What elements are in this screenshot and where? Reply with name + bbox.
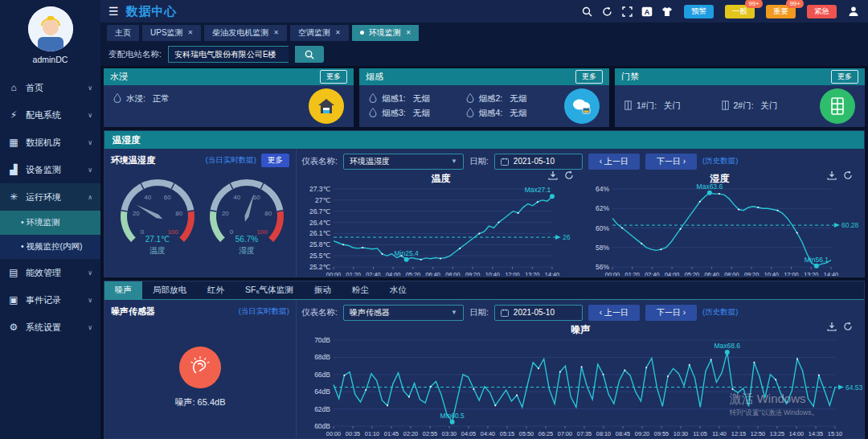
sidebar-item-事件记录[interactable]: ▣事件记录∨: [0, 286, 100, 314]
svg-text:12:15: 12:15: [731, 430, 746, 437]
env-tab-振动[interactable]: 振动: [304, 281, 342, 299]
svg-text:05:20: 05:20: [685, 271, 699, 276]
meter-select[interactable]: 噪声传感器 ▼: [343, 305, 464, 321]
noise-chart-title: 噪声: [301, 323, 859, 335]
env-tab-噪声[interactable]: 噪声: [104, 281, 142, 299]
close-icon[interactable]: ✕: [188, 29, 194, 36]
svg-text:04:40: 04:40: [481, 430, 495, 437]
download-icon[interactable]: [827, 170, 837, 180]
svg-text:01:20: 01:20: [625, 271, 640, 276]
alarm-badge-重要[interactable]: 重要99+: [766, 5, 796, 18]
sidebar-item-配电系统[interactable]: ⚡配电系统∨: [0, 101, 100, 129]
svg-text:56%: 56%: [596, 263, 609, 271]
noise-chart: 60dB62dB64dB66dB68dB70dB00:0000:3501:100…: [301, 335, 864, 438]
card-水浸: 水浸更多水浸: 正常: [104, 68, 354, 127]
sidebar-item-系统设置[interactable]: ⚙系统设置∨: [0, 314, 100, 341]
next-day-button[interactable]: 下一日 ›: [645, 305, 697, 321]
translate-icon[interactable]: A: [641, 5, 653, 18]
svg-text:04:00: 04:00: [665, 271, 679, 276]
sensor-status-item: 烟感4: 无烟: [466, 108, 559, 119]
more-button[interactable]: 更多: [575, 70, 603, 84]
env-tab-水位[interactable]: 水位: [379, 281, 417, 299]
env-tab-局部放电[interactable]: 局部放电: [142, 281, 197, 299]
sensor-label: 烟感2:: [479, 93, 503, 105]
tab-主页[interactable]: 主页: [107, 25, 139, 41]
prev-day-button[interactable]: ‹ 上一日: [588, 154, 640, 170]
date-picker[interactable]: 2021-05-10: [494, 305, 583, 321]
svg-text:100: 100: [256, 228, 268, 236]
theme-icon[interactable]: [661, 5, 674, 18]
sensor-value: 无烟: [507, 108, 526, 119]
svg-text:0: 0: [141, 228, 145, 236]
alarm-badge-一般[interactable]: 一般99+: [725, 5, 755, 18]
alarm-badge-预警[interactable]: 预警: [684, 5, 714, 18]
user-icon[interactable]: [847, 5, 860, 18]
door-icon: [624, 101, 632, 112]
tab-环境监测[interactable]: 环境监测✕: [352, 25, 420, 41]
refresh-icon[interactable]: [843, 322, 853, 331]
sidebar-item-运行环境[interactable]: ✳运行环境∧: [0, 183, 100, 211]
next-day-button[interactable]: 下一日 ›: [645, 154, 697, 170]
sensor-value: 关门: [759, 101, 778, 112]
sidebar-item-label: 设备监测: [26, 164, 81, 176]
sensor-status-item: 烟感2: 无烟: [466, 93, 559, 105]
tab-柴油发电机监测[interactable]: 柴油发电机监测✕: [204, 25, 287, 41]
alarm-badge-紧急[interactable]: 紧急: [807, 5, 837, 18]
close-icon[interactable]: ✕: [335, 29, 341, 36]
svg-text:08:00: 08:00: [724, 271, 739, 276]
tab-label: 环境监测: [369, 27, 401, 39]
prev-day-button[interactable]: ‹ 上一日: [588, 305, 640, 321]
avatar[interactable]: [28, 6, 73, 51]
download-icon[interactable]: [548, 170, 558, 180]
env-tab-红外[interactable]: 红外: [197, 281, 235, 299]
sidebar-item-首页[interactable]: ⌂首页∨: [0, 74, 100, 101]
history-data-link[interactable]: (历史数据): [702, 307, 738, 318]
noise-chart-controls: 仪表名称: 噪声传感器 ▼ 日期: 2021-05-10 ‹ 上一日: [301, 302, 859, 323]
chevron-down-icon: ∨: [88, 84, 92, 92]
close-icon[interactable]: ✕: [406, 29, 411, 36]
svg-text:05:15: 05:15: [500, 430, 514, 437]
tab-空调监测[interactable]: 空调监测✕: [290, 25, 349, 41]
env-tab-粉尘[interactable]: 粉尘: [342, 281, 379, 299]
refresh-icon[interactable]: [564, 170, 574, 180]
submenu-item-视频监控(内网)[interactable]: • 视频监控(内网): [0, 235, 100, 259]
refresh-icon[interactable]: [600, 5, 613, 18]
sensor-status-item: 水浸: 正常: [113, 93, 302, 105]
content: 水浸更多水浸: 正常烟感更多烟感1: 无烟烟感2: 无烟烟感3: 无烟烟感4: …: [100, 66, 868, 439]
more-button[interactable]: 更多: [320, 70, 347, 84]
meter-select[interactable]: 环境温湿度 ▼: [343, 154, 464, 170]
door-icon: [722, 101, 729, 112]
date-label: 日期:: [469, 156, 489, 167]
station-search-button[interactable]: [295, 46, 324, 63]
station-name-input[interactable]: 安科瑞电气股份有限公司E楼: [168, 46, 289, 63]
submenu-item-环境监测[interactable]: • 环境监测: [0, 211, 100, 235]
gauge-more-button[interactable]: 更多: [261, 154, 289, 167]
search-icon[interactable]: [580, 5, 593, 18]
svg-text:09:20: 09:20: [744, 271, 759, 276]
svg-text:10:40: 10:40: [485, 271, 500, 276]
svg-text:70dB: 70dB: [314, 336, 330, 344]
refresh-icon[interactable]: [843, 170, 853, 180]
tab-UPS监测[interactable]: UPS监测✕: [142, 25, 201, 41]
meter-select-value: 环境温湿度: [350, 156, 390, 167]
date-picker[interactable]: 2021-05-10: [494, 154, 583, 170]
env-tab-SF₆气体监测[interactable]: SF₆气体监测: [235, 281, 304, 299]
card-header-烟感: 烟感更多: [359, 68, 609, 85]
sidebar-item-数据机房[interactable]: ▦数据机房∨: [0, 129, 100, 156]
close-icon[interactable]: ✕: [273, 29, 279, 36]
sensor-status-item: 1#门: 关门: [624, 101, 717, 112]
hamburger-menu-icon[interactable]: ☰: [108, 5, 119, 18]
chevron-down-icon: ∨: [88, 297, 92, 304]
more-button[interactable]: 更多: [831, 70, 858, 84]
gauges: 02040608010027.1℃温度 02040608010056.7%湿度: [111, 168, 289, 274]
sidebar-item-设备监测[interactable]: ▟设备监测∨: [0, 156, 100, 183]
submenu: • 环境监测• 视频监控(内网): [0, 211, 100, 259]
svg-text:40: 40: [144, 194, 151, 201]
history-data-link[interactable]: (历史数据): [702, 156, 738, 166]
download-icon[interactable]: [827, 322, 837, 331]
chevron-down-icon: ▼: [451, 309, 457, 316]
svg-text:60: 60: [164, 194, 171, 201]
realtime-data-label: (当日实时数据): [206, 155, 256, 166]
sidebar-item-能效管理[interactable]: ▤能效管理∨: [0, 259, 100, 286]
fullscreen-icon[interactable]: [620, 5, 633, 18]
